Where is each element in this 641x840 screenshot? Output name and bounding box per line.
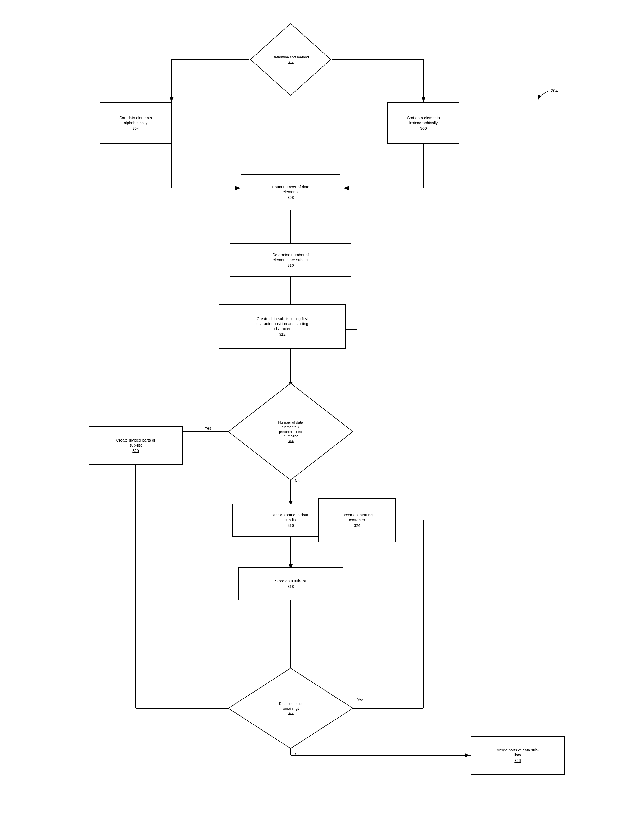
decide-sort-diamond: Determine sort method 302	[249, 22, 332, 97]
assign-name-ref: 316	[287, 523, 294, 528]
count-elements-ref: 308	[287, 195, 294, 200]
create-sublist-box: Create data sub-list using firstcharacte…	[219, 304, 346, 349]
flowchart-diagram: 204 Determine sort method 302 Sort data …	[0, 0, 641, 840]
merge-parts-box: Merge parts of data sub-lists 326	[470, 736, 565, 775]
create-sublist-ref: 312	[279, 332, 285, 337]
store-sublist-ref: 318	[287, 584, 294, 589]
increment-char-ref: 324	[354, 523, 360, 528]
data-remaining-label: Data elementsremaining?	[279, 702, 302, 711]
data-remaining-ref: 322	[288, 711, 294, 715]
figure-annotation: 204	[551, 89, 558, 93]
create-divided-label: Create divided parts ofsub-list	[116, 438, 155, 448]
sort-lexico-box: Sort data elementslexicographically 306	[388, 102, 459, 144]
check-gt-label: Number of dataelements >predeterminednum…	[278, 420, 303, 439]
sort-alpha-label: Sort data elementsalphabetically	[119, 115, 152, 126]
merge-parts-ref: 326	[514, 758, 520, 763]
count-elements-box: Count number of dataelements 308	[241, 174, 340, 210]
sort-lexico-ref: 306	[420, 126, 427, 131]
merge-parts-label: Merge parts of data sub-lists	[496, 748, 539, 758]
sort-alpha-ref: 304	[132, 126, 139, 131]
increment-char-label: Increment startingcharacter	[341, 512, 372, 522]
store-sublist-box: Store data sub-list 318	[238, 567, 343, 600]
yes-label-gt: Yes	[205, 426, 211, 431]
determine-per-sublist-box: Determine number ofelements per sub-list…	[230, 243, 351, 277]
determine-per-sublist-label: Determine number ofelements per sub-list	[272, 252, 309, 262]
no-label-gt: No	[295, 479, 300, 483]
determine-per-sublist-ref: 310	[287, 263, 294, 268]
yes-label-remaining: Yes	[357, 697, 363, 702]
no-label-remaining: No	[295, 753, 300, 757]
create-divided-ref: 320	[132, 448, 139, 453]
increment-char-box: Increment startingcharacter 324	[318, 498, 396, 542]
sort-lexico-label: Sort data elementslexicographically	[407, 115, 440, 126]
create-divided-box: Create divided parts ofsub-list 320	[89, 426, 183, 465]
check-gt-ref: 314	[288, 439, 294, 443]
check-elements-gt-diamond: Number of dataelements >predeterminednum…	[227, 382, 354, 481]
create-sublist-label: Create data sub-list using firstcharacte…	[256, 316, 308, 331]
sort-alpha-box: Sort data elementsalphabetically 304	[100, 102, 172, 144]
assign-name-label: Assign name to datasub-list	[273, 512, 308, 522]
count-elements-label: Count number of dataelements	[272, 185, 309, 195]
data-remaining-diamond: Data elementsremaining? 322	[227, 667, 354, 750]
store-sublist-label: Store data sub-list	[275, 579, 306, 584]
